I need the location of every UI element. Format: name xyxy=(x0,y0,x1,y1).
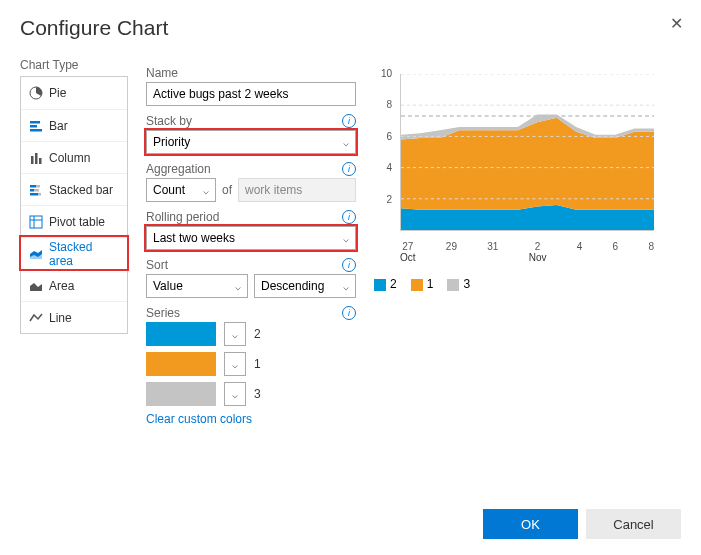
column-icon xyxy=(29,151,43,165)
of-label: of xyxy=(222,183,232,197)
rolling-period-select[interactable]: Last two weeks⌵ xyxy=(146,226,356,250)
y-tick: 4 xyxy=(386,162,392,173)
x-tick: 29 xyxy=(446,241,457,263)
sort-field-value: Value xyxy=(153,279,183,293)
y-tick: 8 xyxy=(386,99,392,110)
close-icon[interactable]: ✕ xyxy=(670,14,683,33)
stack-by-label: Stack by xyxy=(146,114,192,128)
chart-type-label-text: Column xyxy=(49,151,90,165)
series-color-swatch[interactable] xyxy=(146,352,216,376)
svg-rect-10 xyxy=(34,189,39,192)
x-tick: 6 xyxy=(613,241,619,263)
series-label: 2 xyxy=(254,327,261,341)
svg-rect-1 xyxy=(30,121,40,124)
stacked-bar-icon xyxy=(29,183,43,197)
x-tick: 2Nov xyxy=(529,241,547,263)
chart-type-label-text: Stacked area xyxy=(49,240,119,268)
rolling-period-value: Last two weeks xyxy=(153,231,235,245)
series-label: 1 xyxy=(254,357,261,371)
svg-rect-6 xyxy=(39,158,42,164)
svg-rect-5 xyxy=(35,153,38,164)
chart-type-label-text: Area xyxy=(49,279,74,293)
rolling-period-label: Rolling period xyxy=(146,210,219,224)
chevron-down-icon: ⌵ xyxy=(235,281,241,292)
series-color-dropdown[interactable]: ⌵ xyxy=(224,352,246,376)
name-input[interactable] xyxy=(146,82,356,106)
aggregation-value: Count xyxy=(153,183,185,197)
svg-rect-7 xyxy=(30,185,36,188)
bar-icon xyxy=(29,119,43,133)
y-tick: 10 xyxy=(381,68,392,79)
sort-label: Sort xyxy=(146,258,168,272)
ok-button[interactable]: OK xyxy=(483,509,578,539)
aggregation-label: Aggregation xyxy=(146,162,211,176)
chart-type-label: Chart Type xyxy=(20,58,128,72)
svg-rect-4 xyxy=(31,156,34,164)
area-icon xyxy=(29,279,43,293)
pie-icon xyxy=(29,86,43,100)
svg-rect-3 xyxy=(30,129,42,132)
legend-item: 1 xyxy=(411,277,434,291)
chart-type-stacked-area[interactable]: Stacked area xyxy=(21,237,127,269)
chart-type-column[interactable]: Column xyxy=(21,141,127,173)
chart-type-bar[interactable]: Bar xyxy=(21,109,127,141)
series-color-swatch[interactable] xyxy=(146,322,216,346)
series-color-swatch[interactable] xyxy=(146,382,216,406)
pivot-icon xyxy=(29,215,43,229)
chart-type-label-text: Pie xyxy=(49,86,66,100)
dialog-title: Configure Chart xyxy=(20,16,681,40)
svg-rect-8 xyxy=(36,185,40,188)
chart-type-pivot-table[interactable]: Pivot table xyxy=(21,205,127,237)
legend-item: 2 xyxy=(374,277,397,291)
aggregation-select[interactable]: Count⌵ xyxy=(146,178,216,202)
chart-type-label-text: Bar xyxy=(49,119,68,133)
aggregation-field-select: work items xyxy=(238,178,356,202)
clear-custom-colors-link[interactable]: Clear custom colors xyxy=(146,412,356,426)
chevron-down-icon: ⌵ xyxy=(203,185,209,196)
chart-type-line[interactable]: Line xyxy=(21,301,127,333)
chevron-down-icon: ⌵ xyxy=(343,233,349,244)
aggregation-field-value: work items xyxy=(245,183,302,197)
series-color-dropdown[interactable]: ⌵ xyxy=(224,382,246,406)
chevron-down-icon: ⌵ xyxy=(343,281,349,292)
stack-by-select[interactable]: Priority⌵ xyxy=(146,130,356,154)
chart-type-pie[interactable]: Pie xyxy=(21,77,127,109)
series-label: 3 xyxy=(254,387,261,401)
line-icon xyxy=(29,311,43,325)
svg-rect-13 xyxy=(30,216,42,228)
chart-type-list: Pie Bar Column Stacked bar Pivot table xyxy=(20,76,128,334)
legend-item: 3 xyxy=(447,277,470,291)
info-icon[interactable]: i xyxy=(342,306,356,320)
svg-rect-12 xyxy=(38,193,41,196)
chart-type-area[interactable]: Area xyxy=(21,269,127,301)
x-tick: 27Oct xyxy=(400,241,416,263)
svg-rect-9 xyxy=(30,189,34,192)
info-icon[interactable]: i xyxy=(342,210,356,224)
x-tick: 31 xyxy=(487,241,498,263)
stack-by-value: Priority xyxy=(153,135,190,149)
sort-field-select[interactable]: Value⌵ xyxy=(146,274,248,298)
series-color-dropdown[interactable]: ⌵ xyxy=(224,322,246,346)
x-tick: 4 xyxy=(577,241,583,263)
info-icon[interactable]: i xyxy=(342,114,356,128)
svg-rect-2 xyxy=(30,125,37,128)
y-tick: 2 xyxy=(386,194,392,205)
chart-preview: 246810 27Oct29312Nov468 xyxy=(374,68,654,263)
chart-type-label-text: Pivot table xyxy=(49,215,105,229)
info-icon[interactable]: i xyxy=(342,258,356,272)
chart-type-label-text: Line xyxy=(49,311,72,325)
series-label: Series xyxy=(146,306,180,320)
chart-legend: 213 xyxy=(374,277,681,291)
y-tick: 6 xyxy=(386,131,392,142)
cancel-button[interactable]: Cancel xyxy=(586,509,681,539)
chevron-down-icon: ⌵ xyxy=(343,137,349,148)
chart-type-label-text: Stacked bar xyxy=(49,183,113,197)
info-icon[interactable]: i xyxy=(342,162,356,176)
chart-type-stacked-bar[interactable]: Stacked bar xyxy=(21,173,127,205)
x-tick: 8 xyxy=(648,241,654,263)
sort-direction-select[interactable]: Descending⌵ xyxy=(254,274,356,298)
svg-rect-11 xyxy=(30,193,38,196)
sort-direction-value: Descending xyxy=(261,279,324,293)
name-label: Name xyxy=(146,66,178,80)
stacked-area-icon xyxy=(29,247,43,261)
